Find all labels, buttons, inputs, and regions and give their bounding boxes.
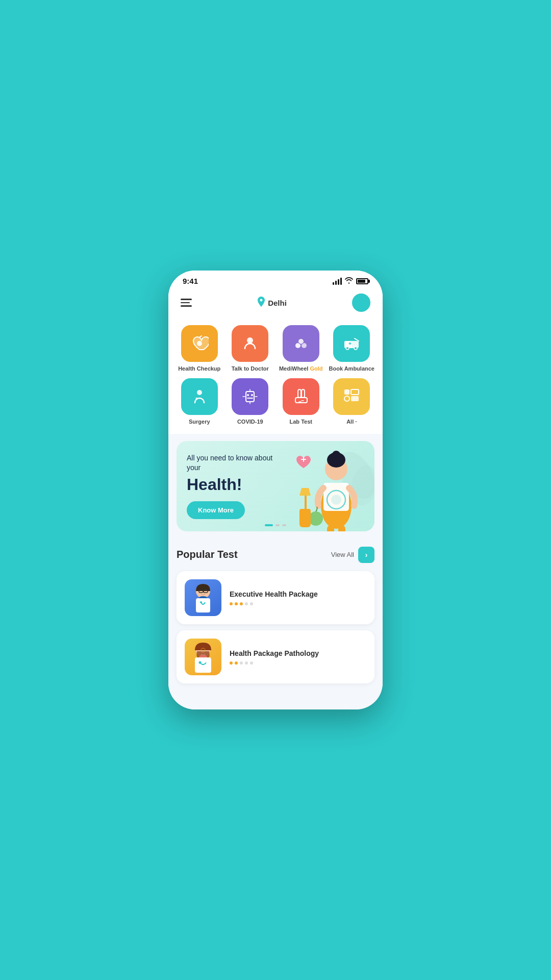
health-checkup-icon-box [181,325,218,362]
all-label: All · [346,418,357,425]
location-pin-icon [257,297,265,309]
popular-test-header: Popular Test View All › [177,538,374,563]
wifi-icon [345,277,353,285]
mediwheel-label: MediWheel Gold [279,365,323,372]
category-ambulance[interactable]: Book Ambulance [329,325,375,372]
doctor-blue-thumb [185,579,221,616]
lab-test-label: Lab Test [290,418,312,425]
test-info-pathology: Health Package Pathology [230,649,366,665]
svg-point-9 [197,390,202,395]
ambulance-label: Book Ambulance [329,365,374,372]
category-mediwheel[interactable]: MediWheel Gold [278,325,324,372]
category-grid-row1: Health Checkup Talk to Doctor [177,325,374,372]
svg-point-26 [331,495,341,505]
svg-rect-37 [196,598,210,612]
svg-point-38 [200,601,202,603]
profile-avatar[interactable] [352,293,370,312]
category-grid-row2: Surgery COVID-19 [177,378,374,425]
app-header: Delhi [168,288,383,320]
svg-point-29 [332,451,340,459]
lab-test-icon-box [283,378,319,415]
slide-dot-active [265,524,273,526]
status-icons [333,277,368,285]
slide-indicators [265,524,286,526]
category-covid19[interactable]: COVID-19 [228,378,273,425]
category-health-checkup[interactable]: Health Checkup [177,325,222,372]
bottle-decoration [299,509,311,527]
talk-doctor-icon-box [232,325,268,362]
signal-icon [333,278,342,285]
surgery-label: Surgery [189,418,210,425]
svg-point-12 [247,394,249,396]
know-more-button[interactable]: Know More [187,501,245,519]
all-icon-box [333,378,370,415]
view-all-chevron: › [358,547,374,563]
svg-point-13 [251,394,253,396]
covid-icon-box [232,378,268,415]
health-checkup-label: Health Checkup [178,365,220,372]
mediwheel-icon-box [283,325,319,362]
svg-point-8 [354,347,357,350]
banner-subtitle: All you need to know about your [187,453,284,473]
test-thumb-executive [185,579,221,616]
status-bar: 9:41 [168,271,383,288]
popular-test-section: Popular Test View All › [168,538,383,698]
phone-frame: 9:41 [168,271,383,709]
svg-rect-15 [302,389,305,398]
talk-doctor-label: Talk to Doctor [232,365,269,372]
svg-rect-17 [344,389,349,395]
phone-screen: 9:41 [168,271,383,709]
health-banner: All you need to know about your Health! … [177,441,374,531]
test-info-executive: Executive Health Package [230,590,366,605]
test-rating-dots-2 [230,662,366,665]
test-rating-dots [230,602,366,605]
category-surgery[interactable]: Surgery [177,378,222,425]
svg-point-0 [197,341,202,346]
slide-dot-2 [282,524,286,526]
svg-point-41 [198,662,201,664]
test-thumb-pathology [185,639,221,675]
svg-point-32 [309,511,323,526]
location-selector[interactable]: Delhi [257,297,287,309]
view-all-button[interactable]: View All › [331,547,374,563]
category-lab-test[interactable]: Lab Test [278,378,324,425]
test-name-executive: Executive Health Package [230,590,366,598]
popular-test-title: Popular Test [177,549,238,560]
status-time: 9:41 [183,277,198,285]
surgery-icon-box [181,378,218,415]
doctor-yellow-thumb [185,639,221,675]
heart-decoration [295,455,312,471]
svg-rect-14 [298,389,301,398]
hamburger-menu[interactable] [181,299,192,307]
slide-dot-1 [276,524,280,526]
categories-section: Health Checkup Talk to Doctor [168,320,383,434]
svg-rect-20 [351,396,359,401]
banner-text: All you need to know about your Health! … [187,453,284,519]
svg-rect-11 [246,391,254,402]
test-name-pathology: Health Package Pathology [230,649,366,657]
ambulance-icon-box [333,325,370,362]
battery-icon [356,278,368,284]
banner-section: All you need to know about your Health! … [168,434,383,538]
test-card-executive[interactable]: Executive Health Package [177,571,374,624]
gold-badge: Gold [310,365,322,372]
covid-label: COVID-19 [237,418,263,425]
category-talk-doctor[interactable]: Talk to Doctor [228,325,273,372]
location-name: Delhi [268,299,287,307]
banner-illustration [285,445,374,531]
svg-point-7 [346,347,349,350]
view-all-label: View All [331,551,354,558]
svg-rect-18 [351,389,359,395]
test-card-pathology[interactable]: Health Package Pathology [177,630,374,683]
category-all[interactable]: All · [329,378,375,425]
banner-title: Health! [187,475,284,494]
